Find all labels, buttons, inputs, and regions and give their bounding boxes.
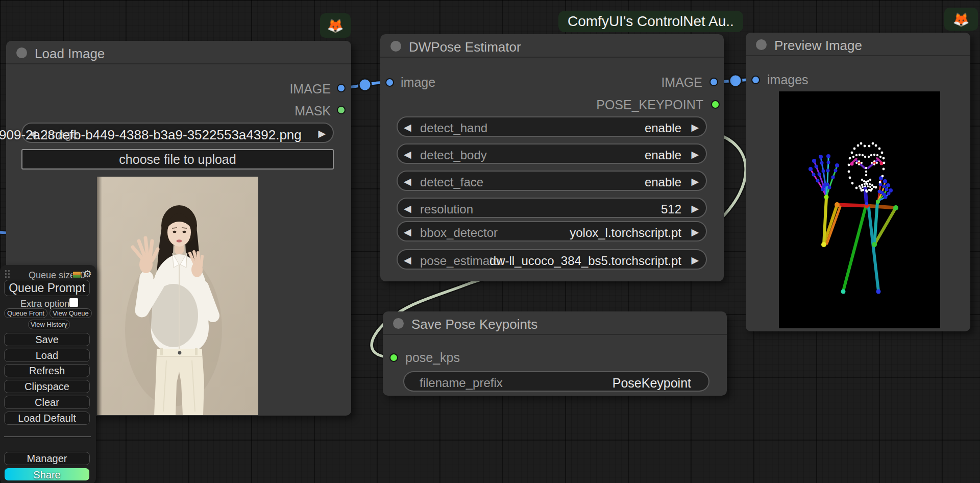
widget-label: bbox_detector (420, 226, 498, 240)
node-dwpose-estimator[interactable]: DWPose Estimator image IMAGE POSE_KEYPOI… (380, 34, 724, 281)
widget-detect-face[interactable]: ◀ detect_face enable ▶ (397, 171, 707, 191)
widget-bbox-detector[interactable]: ◀ bbox_detector yolox_l.torchscript.pt ▶ (397, 221, 707, 242)
load-button[interactable]: Load (4, 349, 90, 362)
input-dot-pose-kps[interactable] (389, 353, 398, 362)
choose-file-button[interactable]: choose file to upload (21, 149, 334, 170)
output-dot-image[interactable] (709, 78, 718, 86)
widget-image-filename[interactable]: ◀ image 909-2a28defb-b449-4388-b3a9-3522… (21, 123, 334, 143)
widget-resolution[interactable]: ◀ resolution 512 ▶ (397, 198, 707, 218)
node-title: Preview Image (774, 38, 862, 54)
widget-value: enable (645, 175, 681, 189)
left-arrow-icon[interactable]: ◀ (404, 122, 411, 133)
widget-label: detect_hand (420, 121, 487, 135)
widget-detect-hand[interactable]: ◀ detect_hand enable ▶ (397, 116, 707, 137)
output-label-mask: MASK (295, 104, 331, 118)
widget-label: filename_prefix (420, 376, 503, 390)
output-label-image: IMAGE (289, 82, 331, 96)
gear-icon[interactable]: ⚙ (83, 269, 92, 279)
share-button[interactable]: Share (4, 468, 90, 481)
queue-prompt-button[interactable]: Queue Prompt (4, 280, 90, 296)
load-default-button[interactable]: Load Default (4, 412, 90, 425)
widget-label: detect_body (420, 148, 487, 162)
right-arrow-icon[interactable]: ▶ (691, 203, 699, 214)
node-title: Load Image (35, 46, 105, 62)
widget-pose-estimator[interactable]: ◀ pose_estimator dw-ll_ucoco_384_bs5.tor… (397, 249, 707, 270)
right-arrow-icon[interactable]: ▶ (691, 254, 699, 266)
input-label-images: images (767, 73, 808, 87)
output-dot-pose-keypoint[interactable] (711, 100, 720, 109)
left-arrow-icon[interactable]: ◀ (404, 203, 411, 214)
refresh-button[interactable]: Refresh (4, 364, 90, 377)
left-arrow-icon[interactable]: ◀ (404, 149, 411, 160)
widget-detect-body[interactable]: ◀ detect_body enable ▶ (397, 143, 707, 164)
manager-button[interactable]: Manager (4, 452, 90, 465)
right-arrow-icon[interactable]: ▶ (691, 149, 699, 160)
input-label-pose-kps: pose_kps (405, 350, 460, 365)
widget-value: 512 (661, 202, 681, 216)
node-title: DWPose Estimator (409, 39, 521, 55)
node-dwpose-titlebar[interactable]: DWPose Estimator (380, 34, 724, 58)
node-load-image-titlebar[interactable]: Load Image (6, 41, 351, 64)
left-arrow-icon[interactable]: ◀ (404, 254, 411, 266)
output-dot-image[interactable] (337, 84, 346, 92)
left-arrow-icon[interactable]: ◀ (404, 226, 411, 238)
node-preview-titlebar[interactable]: Preview Image (746, 33, 970, 56)
widget-value: PoseKeypoint (612, 376, 691, 391)
queue-menu-panel[interactable]: Queue size: 0 ⚙ Queue Prompt Extra optio… (0, 265, 96, 483)
pose-preview-image (779, 91, 940, 328)
collapse-dot-icon[interactable] (756, 39, 767, 50)
extra-options-label: Extra options (20, 299, 74, 309)
right-arrow-icon[interactable]: ▶ (691, 226, 699, 238)
save-button[interactable]: Save (4, 333, 90, 346)
widget-value: enable (645, 148, 681, 162)
comfyui-canvas[interactable]: { "icons": { "fox": "🦊", "gear": "⚙", "l… (0, 0, 980, 483)
widget-value: enable (645, 121, 681, 135)
menu-divider (4, 437, 91, 437)
collapse-dot-icon[interactable] (390, 41, 401, 52)
clear-button[interactable]: Clear (4, 396, 90, 409)
collapse-dot-icon[interactable] (16, 47, 27, 58)
extra-options-checkbox[interactable] (69, 298, 78, 307)
input-dot-images[interactable] (751, 76, 760, 84)
node-title: Save Pose Keypoints (411, 317, 537, 332)
view-history-button[interactable]: View History (28, 320, 70, 329)
left-arrow-icon[interactable]: ◀ (404, 176, 411, 187)
widget-value-filename: 909-2a28defb-b449-4388-b3a9-3522553a4392… (0, 127, 302, 143)
node-save-pose-titlebar[interactable]: Save Pose Keypoints (383, 311, 727, 335)
input-dot-image[interactable] (385, 78, 394, 87)
right-arrow-icon[interactable]: ▶ (318, 128, 326, 139)
right-arrow-icon[interactable]: ▶ (691, 176, 699, 187)
view-queue-button[interactable]: View Queue (50, 308, 92, 318)
queue-front-button[interactable]: Queue Front (4, 308, 47, 318)
widget-filename-prefix[interactable]: filename_prefix PoseKeypoint (403, 371, 709, 392)
drag-handle-icon[interactable] (5, 270, 10, 278)
clipspace-button[interactable]: Clipspace (4, 380, 90, 393)
widget-label: resolution (420, 202, 473, 216)
loaded-image-preview (97, 177, 258, 415)
widget-value: yolox_l.torchscript.pt (570, 226, 681, 240)
output-label-image: IMAGE (661, 75, 702, 90)
right-arrow-icon[interactable]: ▶ (691, 122, 699, 133)
node-save-pose-keypoints[interactable]: Save Pose Keypoints pose_kps filename_pr… (383, 311, 727, 396)
node-preview-image[interactable]: Preview Image images (746, 33, 970, 331)
output-dot-mask[interactable] (337, 106, 346, 114)
widget-label: detect_face (420, 175, 483, 189)
collapse-dot-icon[interactable] (393, 318, 404, 329)
gallery-icon[interactable] (72, 271, 81, 278)
widget-value: dw-ll_ucoco_384_bs5.torchscript.pt (489, 254, 681, 268)
output-label-pose-keypoint: POSE_KEYPOINT (596, 98, 703, 112)
input-label-image: image (401, 75, 435, 90)
